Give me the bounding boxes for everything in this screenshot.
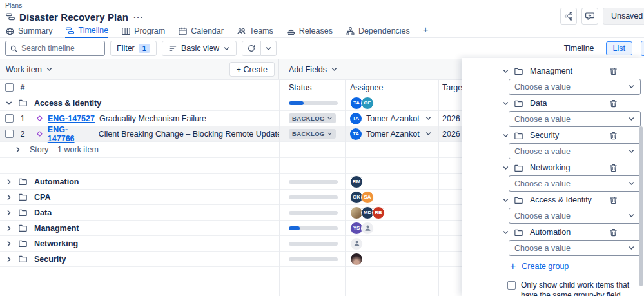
row-checkbox[interactable] <box>5 130 14 138</box>
select-placeholder: Choose a value <box>514 244 571 253</box>
cutoff-button[interactable] <box>641 41 644 56</box>
select-all-checkbox[interactable] <box>5 83 14 92</box>
assignee-dropdown[interactable]: TA Tomer Azankot <box>345 128 438 140</box>
feedback-button[interactable] <box>581 8 598 25</box>
tab-summary[interactable]: Summary <box>5 26 52 38</box>
issue-key-link[interactable]: ENG-147766 <box>48 125 94 143</box>
avatar-photo[interactable] <box>350 253 363 266</box>
panel-group-name: Managment <box>530 66 604 75</box>
group-value-select[interactable]: Choose a value <box>509 143 641 159</box>
column-divider <box>438 80 439 296</box>
avatar[interactable]: RM <box>350 175 363 188</box>
avatar[interactable]: RB <box>372 206 385 219</box>
share-button[interactable] <box>560 8 577 25</box>
chevron-right-icon[interactable] <box>5 178 13 186</box>
timeline-view-toggle[interactable]: Timeline <box>558 42 601 55</box>
calendar-icon <box>178 26 188 36</box>
add-fields-button[interactable]: Add Fields <box>279 65 338 74</box>
search-icon <box>10 44 18 53</box>
issue-key-link[interactable]: ENG-147527 <box>48 114 95 123</box>
avatar[interactable]: SA <box>361 191 374 204</box>
trash-icon[interactable] <box>609 228 618 237</box>
chevron-right-icon[interactable] <box>5 255 13 263</box>
folder-icon <box>514 195 523 205</box>
folder-icon <box>18 223 28 233</box>
feedback-icon <box>585 11 595 21</box>
progress-bar <box>289 226 338 230</box>
same-value-checkbox-label: Only show child work items that have the… <box>521 281 639 296</box>
chevron-down-icon[interactable] <box>502 100 509 107</box>
group-value-select[interactable]: Choose a value <box>509 208 641 224</box>
status-dropdown[interactable]: BACKLOG <box>289 113 336 123</box>
group-value-select[interactable]: Choose a value <box>509 175 641 192</box>
panel-group-name: Data <box>530 99 604 108</box>
group-value-select[interactable]: Choose a value <box>509 111 641 127</box>
avatar[interactable]: OE <box>361 97 374 110</box>
chevron-down-icon <box>223 45 230 52</box>
panel-group-name: Automation <box>530 228 604 237</box>
trash-icon[interactable] <box>609 195 618 205</box>
chevron-right-icon[interactable] <box>5 193 13 201</box>
assignee-column-header: Assignee <box>345 83 438 92</box>
group-name: Networking <box>34 239 78 248</box>
trash-icon[interactable] <box>609 99 618 108</box>
chevron-down-icon[interactable] <box>502 68 509 75</box>
progress-bar <box>289 180 338 184</box>
trash-icon[interactable] <box>609 163 618 173</box>
group-name: Managment <box>34 224 79 233</box>
select-placeholder: Choose a value <box>514 212 571 221</box>
status-dropdown[interactable]: BACKLOG <box>289 129 336 139</box>
status-column-header: Status <box>279 83 345 92</box>
more-menu-button[interactable]: ··· <box>133 12 144 22</box>
avatar-anonymous[interactable] <box>361 222 374 235</box>
chevron-down-icon <box>46 66 53 73</box>
chevron-right-icon[interactable] <box>5 209 13 217</box>
refresh-options-button[interactable] <box>261 41 277 56</box>
search-input[interactable] <box>21 44 101 53</box>
group-value-select[interactable]: Choose a value <box>509 79 641 95</box>
panel-group-name: Networking <box>530 163 604 172</box>
tab-teams[interactable]: Teams <box>237 26 273 38</box>
unsaved-changes-button[interactable]: Unsaved changes <box>603 8 644 25</box>
chevron-down-icon[interactable] <box>502 132 509 139</box>
assignee-dropdown[interactable]: TA Tomer Azankot <box>345 113 438 124</box>
chevron-down-icon[interactable] <box>502 229 509 236</box>
group-name: CPA <box>34 193 50 202</box>
create-group-button[interactable]: + Create group <box>510 261 639 272</box>
tab-program[interactable]: Program <box>121 26 165 38</box>
same-value-checkbox[interactable] <box>507 281 516 290</box>
panel-group-entry: Networking Choose a value <box>502 161 639 192</box>
create-button[interactable]: + Create <box>229 62 275 77</box>
chevron-down-icon[interactable] <box>502 197 509 204</box>
tab-dependencies[interactable]: Dependencies <box>346 26 410 38</box>
plan-icon <box>5 12 15 22</box>
chevron-right-icon[interactable] <box>5 240 13 248</box>
tab-releases[interactable]: Releases <box>286 26 333 38</box>
view-settings-button[interactable]: Basic view <box>162 41 237 56</box>
add-tab-button[interactable]: + <box>423 25 429 36</box>
trash-icon[interactable] <box>609 66 618 76</box>
work-item-column-menu[interactable]: Work item <box>6 65 53 74</box>
group-name: Data <box>34 208 52 217</box>
avatar-anonymous[interactable] <box>350 237 363 250</box>
panel-scrollbar[interactable] <box>639 126 643 286</box>
chevron-down-icon <box>331 66 338 73</box>
filter-button[interactable]: Filter 1 <box>110 41 157 56</box>
share-icon <box>563 11 574 21</box>
chevron-down-icon[interactable] <box>5 99 13 107</box>
progress-bar <box>289 257 338 261</box>
tab-timeline[interactable]: Timeline <box>65 26 108 38</box>
chevron-right-icon[interactable] <box>5 224 13 232</box>
refresh-button[interactable] <box>242 41 261 56</box>
chevron-right-icon[interactable] <box>14 146 22 153</box>
breadcrumb[interactable]: Plans <box>0 0 644 9</box>
trash-icon[interactable] <box>609 131 618 141</box>
people-icon <box>237 26 246 36</box>
row-number: 2 <box>19 130 26 139</box>
row-checkbox[interactable] <box>5 114 14 123</box>
group-value-select[interactable]: Choose a value <box>509 240 641 256</box>
tab-calendar[interactable]: Calendar <box>178 26 224 38</box>
list-view-toggle[interactable]: List <box>606 41 632 55</box>
chevron-down-icon[interactable] <box>502 164 509 172</box>
chevron-down-icon <box>425 115 432 122</box>
